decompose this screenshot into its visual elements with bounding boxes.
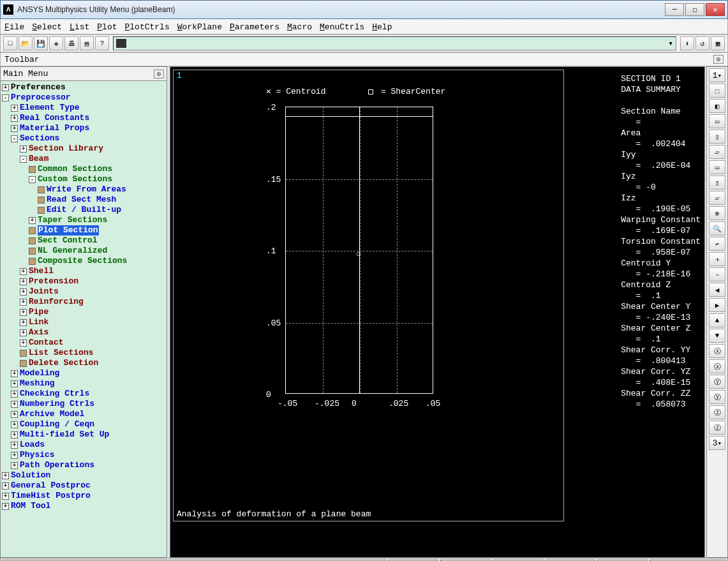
sidebar-collapse-icon[interactable]: ⊙: [154, 70, 164, 79]
tree-item[interactable]: +Path Operations: [2, 460, 165, 470]
command-input[interactable]: ▾: [113, 36, 676, 50]
pan-icon[interactable]: ✥: [49, 36, 63, 50]
bottom-view-icon[interactable]: ▱: [709, 191, 725, 205]
zoom-in-icon[interactable]: ＋: [709, 252, 725, 266]
tree-item[interactable]: +Reinforcing: [2, 297, 165, 307]
rotate-y-icon[interactable]: ⓨ: [709, 375, 725, 389]
menu-workplane[interactable]: WorkPlane: [177, 22, 222, 32]
minimize-button[interactable]: —: [665, 3, 684, 16]
tree-item[interactable]: +Coupling / Ceqn: [2, 419, 165, 430]
tree-item[interactable]: +Solution: [2, 470, 165, 481]
y-tick: .1: [266, 246, 276, 256]
tree-item[interactable]: +Loads: [2, 440, 165, 450]
rate-select[interactable]: 3▾: [709, 436, 725, 450]
tree-item[interactable]: +Meshing: [2, 378, 165, 389]
iso-view-icon[interactable]: ⬚: [709, 84, 725, 98]
contact-icon[interactable]: ▦: [711, 36, 725, 50]
tree-item[interactable]: +Element Type: [2, 103, 165, 113]
tree-item[interactable]: +Modeling: [2, 368, 165, 378]
new-icon[interactable]: □: [3, 36, 17, 50]
top-view-icon[interactable]: ▱: [709, 145, 725, 159]
menu-plotctrls[interactable]: PlotCtrls: [124, 22, 169, 32]
tree-item[interactable]: +Joints: [2, 287, 165, 297]
right-view-icon[interactable]: ▯: [709, 130, 725, 144]
pan-up-icon[interactable]: ▲: [709, 313, 725, 327]
tree-item[interactable]: Common Sections: [2, 164, 165, 174]
tree-item[interactable]: +Archive Model: [2, 409, 165, 419]
tree-item[interactable]: +Axis: [2, 327, 165, 338]
tree-item[interactable]: +Physics: [2, 450, 165, 460]
back-view-icon[interactable]: ▭: [709, 160, 725, 174]
tree-item[interactable]: Write From Areas: [2, 184, 165, 195]
tree-item[interactable]: +Link: [2, 317, 165, 327]
zoom-box-icon[interactable]: 🔍: [709, 221, 725, 236]
menu-file[interactable]: File: [4, 22, 24, 32]
command-field[interactable]: [129, 39, 665, 49]
reset-icon[interactable]: ↺: [695, 36, 709, 50]
left-view-icon[interactable]: ▯: [709, 176, 725, 190]
tree-item[interactable]: +Real Constants: [2, 113, 165, 123]
tree-item[interactable]: Delete Section: [2, 358, 165, 368]
zoom-back-icon[interactable]: ↶: [709, 237, 725, 251]
open-icon[interactable]: 📂: [19, 36, 33, 50]
collapse-icon[interactable]: ⊙: [713, 55, 724, 64]
pan-right-icon[interactable]: ▶: [709, 298, 725, 312]
tree-item[interactable]: -Preprocessor: [2, 93, 165, 103]
main-menu-sidebar: Main Menu ⊙ +Preferences-Preprocessor+El…: [0, 66, 167, 558]
menu-select[interactable]: Select: [32, 22, 62, 32]
window-select[interactable]: 1▾: [709, 68, 725, 82]
tree-item[interactable]: Read Sect Mesh: [2, 195, 165, 205]
tree-item[interactable]: -Sections: [2, 133, 165, 144]
tree-item[interactable]: Plot Section: [2, 225, 165, 236]
menu-parameters[interactable]: Parameters: [230, 22, 279, 32]
rotate-nx-icon[interactable]: ⓧ: [709, 359, 725, 373]
menu-plot[interactable]: Plot: [97, 22, 117, 32]
rotate-ny-icon[interactable]: ⓨ: [709, 390, 725, 404]
rotate-x-icon[interactable]: ⓧ: [709, 344, 725, 358]
tree-item[interactable]: List Sections: [2, 348, 165, 358]
pan-down-icon[interactable]: ▼: [709, 329, 725, 343]
pan-left-icon[interactable]: ◀: [709, 283, 725, 297]
tree-item[interactable]: +Contact: [2, 338, 165, 348]
menu-menuctrls[interactable]: MenuCtrls: [320, 22, 364, 32]
tree-item[interactable]: +Shell: [2, 266, 165, 276]
raise-icon[interactable]: ⬍: [680, 36, 694, 50]
tree-item[interactable]: Edit / Built-up: [2, 205, 165, 215]
tree-item[interactable]: +Multi-field Set Up: [2, 430, 165, 440]
tree-item[interactable]: +Pipe: [2, 307, 165, 317]
tree[interactable]: +Preferences-Preprocessor+Element Type+R…: [1, 81, 167, 557]
rotate-nz-icon[interactable]: ⓩ: [709, 421, 725, 435]
zoom-fit-icon[interactable]: ⊕: [709, 206, 725, 220]
tree-item[interactable]: +Material Props: [2, 123, 165, 133]
tree-item[interactable]: Sect Control: [2, 236, 165, 246]
menu-help[interactable]: Help: [372, 22, 392, 32]
tree-item[interactable]: -Custom Sections: [2, 174, 165, 184]
tree-item[interactable]: +Pretension: [2, 276, 165, 287]
tree-item[interactable]: +TimeHist Postpro: [2, 491, 165, 501]
x-tick: .05: [426, 399, 440, 408]
rotate-z-icon[interactable]: ⓩ: [709, 405, 725, 419]
graphics-window[interactable]: 1 ✕ = Centroid = ShearCenter ○ Analysis …: [170, 66, 705, 558]
tree-item[interactable]: +Checking Ctrls: [2, 389, 165, 399]
close-button[interactable]: ✕: [706, 3, 725, 16]
maximize-button[interactable]: ☐: [685, 3, 704, 16]
menu-list[interactable]: List: [70, 22, 89, 32]
print-icon[interactable]: 🖶: [64, 36, 78, 50]
tree-item[interactable]: +Taper Sections: [2, 215, 165, 225]
tree-item[interactable]: +Preferences: [2, 82, 165, 93]
help-icon[interactable]: ?: [95, 36, 109, 50]
front-view-icon[interactable]: ▭: [709, 114, 725, 128]
dropdown-icon[interactable]: ▾: [668, 38, 673, 49]
tree-item[interactable]: NL Generalized: [2, 246, 165, 256]
oblique-view-icon[interactable]: ◧: [709, 99, 725, 113]
menu-macro[interactable]: Macro: [287, 22, 312, 32]
tree-item[interactable]: +General Postproc: [2, 481, 165, 491]
report-icon[interactable]: ▤: [80, 36, 94, 50]
tree-item[interactable]: Composite Sections: [2, 256, 165, 266]
tree-item[interactable]: -Beam: [2, 154, 165, 164]
tree-item[interactable]: +Numbering Ctrls: [2, 399, 165, 409]
zoom-out-icon[interactable]: －: [709, 267, 725, 281]
save-icon[interactable]: 💾: [34, 36, 48, 50]
tree-item[interactable]: +Section Library: [2, 144, 165, 154]
tree-item[interactable]: +ROM Tool: [2, 501, 165, 511]
